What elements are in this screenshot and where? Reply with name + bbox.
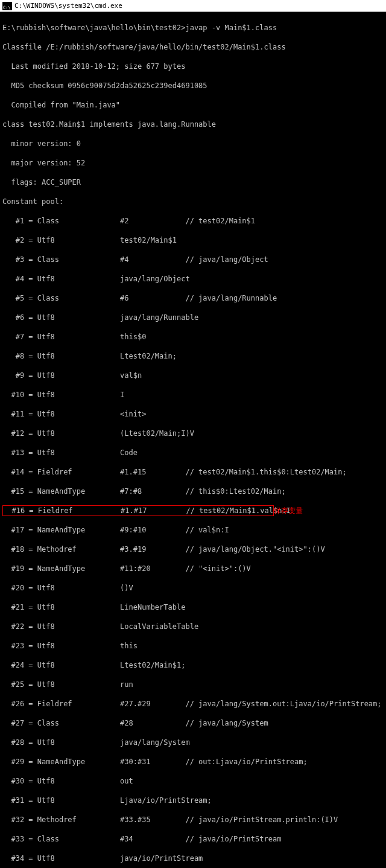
output-line: class test02.Main$1 implements java.lang… [2, 120, 384, 129]
cp-entry: #8 = Utf8 Ltest02/Main; [2, 351, 384, 361]
highlight-box: #16 = Fieldref #1.#17 // test02/Main$1.v… [2, 505, 274, 516]
cp-entry: #22 = Utf8 LocalVariableTable [2, 622, 384, 631]
output-line: Compiled from "Main.java" [2, 100, 384, 110]
cp-entry: #18 = Methodref #3.#19 // java/lang/Obje… [2, 544, 384, 554]
window-title: C:\WINDOWS\system32\cmd.exe [14, 1, 122, 11]
cp-entry: #4 = Utf8 java/lang/Object [2, 274, 384, 284]
output-line: MD5 checksum 0956c90075d2da52625c239ed46… [2, 81, 384, 91]
cp-entry: #23 = Utf8 this [2, 641, 384, 651]
cp-entry: #27 = Class #28 // java/lang/System [2, 718, 384, 728]
cp-entry: #25 = Utf8 run [2, 680, 384, 689]
cp-entry: #20 = Utf8 ()V [2, 583, 384, 593]
output-line: flags: ACC_SUPER [2, 177, 384, 187]
cp-entry: #11 = Utf8 <init> [2, 409, 384, 419]
cp-entry: #32 = Methodref #33.#35 // java/io/Print… [2, 815, 384, 825]
cp-entry: #3 = Class #4 // java/lang/Object [2, 255, 384, 264]
cp-entry: #13 = Utf8 Code [2, 448, 384, 458]
cp-entry: #15 = NameAndType #7:#8 // this$0:Ltest0… [2, 487, 384, 496]
cp-entry: #7 = Utf8 this$0 [2, 332, 384, 342]
terminal-content[interactable]: E:\rubbish\software\java\hello\bin\test0… [0, 12, 386, 868]
cp-entry: #9 = Utf8 val$n [2, 371, 384, 380]
output-line: major version: 52 [2, 158, 384, 168]
cp-entry: #19 = NameAndType #11:#20 // "<init>":()… [2, 564, 384, 573]
cp-entry: #21 = Utf8 LineNumberTable [2, 602, 384, 612]
cp-entry: #5 = Class #6 // java/lang/Runnable [2, 293, 384, 303]
cp-entry: #26 = Fieldref #27.#29 // java/lang/Syst… [2, 699, 384, 709]
prompt-line: E:\rubbish\software\java\hello\bin\test0… [2, 23, 384, 33]
output-line: Classfile /E:/rubbish/software/java/hell… [2, 42, 384, 52]
output-line: minor version: 0 [2, 139, 384, 148]
window-titlebar: C:\WINDOWS\system32\cmd.exe [0, 0, 386, 12]
output-line: Constant pool: [2, 197, 384, 206]
cp-entry: #2 = Utf8 test02/Main$1 [2, 235, 384, 245]
annotation-label: 保存变量 [274, 506, 303, 515]
cp-entry: #31 = Utf8 Ljava/io/PrintStream; [2, 796, 384, 805]
cp-entry: #33 = Class #34 // java/io/PrintStream [2, 834, 384, 844]
cmd-icon [2, 2, 12, 10]
cp-entry: #29 = NameAndType #30:#31 // out:Ljava/i… [2, 757, 384, 767]
cp-entry: #34 = Utf8 java/io/PrintStream [2, 854, 384, 863]
cp-entry: #10 = Utf8 I [2, 390, 384, 400]
cp-entry: #14 = Fieldref #1.#15 // test02/Main$1.t… [2, 467, 384, 477]
output-line: Last modified 2018-10-12; size 677 bytes [2, 62, 384, 71]
cp-entry: #17 = NameAndType #9:#10 // val$n:I [2, 525, 384, 535]
cp-entry: #6 = Utf8 java/lang/Runnable [2, 313, 384, 322]
cp-entry: #16 = Fieldref #1.#17 // test02/Main$1.v… [3, 506, 273, 515]
cp-entry: #28 = Utf8 java/lang/System [2, 738, 384, 747]
cp-entry: #12 = Utf8 (Ltest02/Main;I)V [2, 429, 384, 438]
cp-entry: #24 = Utf8 Ltest02/Main$1; [2, 660, 384, 670]
cp-entry: #1 = Class #2 // test02/Main$1 [2, 216, 384, 226]
cp-entry: #30 = Utf8 out [2, 776, 384, 786]
